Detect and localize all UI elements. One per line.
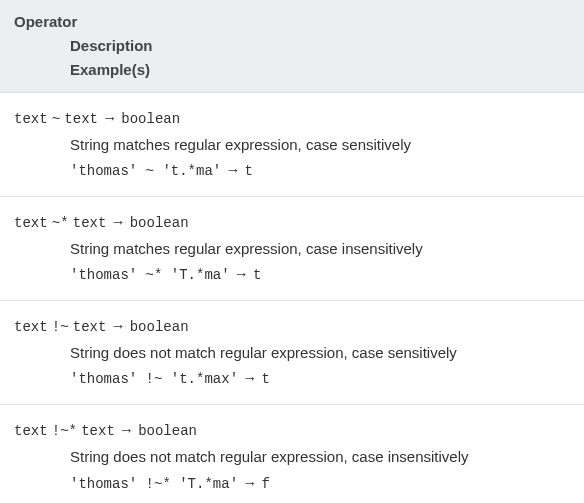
operators-table: Operator Description Example(s) text ~ t… [0,0,584,503]
arrow-icon: → [111,213,126,230]
sig-right-type: text [81,423,115,439]
example-result: t [253,267,261,283]
operator-signature: text ~ text → boolean [14,105,572,132]
operator-description: String does not match regular expression… [70,444,572,470]
arrow-icon: → [234,265,249,282]
operator-example: 'thomas' !~ 't.*max' → t [70,365,572,392]
sig-right-type: text [73,215,107,231]
sig-return-type: boolean [130,319,189,335]
example-result: t [261,371,269,387]
example-expression: 'thomas' !~ 't.*max' [70,371,238,387]
operator-example: 'thomas' !~* 'T.*ma' → f [70,470,572,497]
operator-description: String matches regular expression, case … [70,236,572,262]
sig-left-type: text [14,111,48,127]
arrow-icon: → [242,474,257,491]
header-description: Description [70,34,572,58]
arrow-icon: → [119,421,134,438]
sig-return-type: boolean [130,215,189,231]
sig-left-type: text [14,423,48,439]
sig-operator: ~ [52,111,60,127]
arrow-icon: → [102,109,117,126]
arrow-icon: → [242,369,257,386]
example-expression: 'thomas' !~* 'T.*ma' [70,476,238,492]
sig-left-type: text [14,215,48,231]
example-expression: 'thomas' ~* 'T.*ma' [70,267,230,283]
table-row: text ~* text → boolean String matches re… [0,197,584,301]
table-row: text !~ text → boolean String does not m… [0,301,584,405]
sig-return-type: boolean [138,423,197,439]
operator-description: String does not match regular expression… [70,340,572,366]
sig-right-type: text [64,111,98,127]
operator-signature: text !~* text → boolean [14,417,572,444]
example-expression: 'thomas' ~ 't.*ma' [70,163,221,179]
sig-operator: ~* [52,215,69,231]
header-operator: Operator [14,10,572,34]
arrow-icon: → [111,317,126,334]
sig-left-type: text [14,319,48,335]
table-row: text !~* text → boolean String does not … [0,405,584,503]
table-row: text ~ text → boolean String matches reg… [0,93,584,197]
sig-return-type: boolean [121,111,180,127]
example-result: f [261,476,269,492]
sig-operator: !~* [52,423,77,439]
operator-signature: text !~ text → boolean [14,313,572,340]
header-examples: Example(s) [70,58,572,82]
example-result: t [245,163,253,179]
operator-example: 'thomas' ~ 't.*ma' → t [70,157,572,184]
sig-operator: !~ [52,319,69,335]
table-header: Operator Description Example(s) [0,0,584,93]
operator-signature: text ~* text → boolean [14,209,572,236]
operator-description: String matches regular expression, case … [70,132,572,158]
arrow-icon: → [225,161,240,178]
operator-example: 'thomas' ~* 'T.*ma' → t [70,261,572,288]
sig-right-type: text [73,319,107,335]
